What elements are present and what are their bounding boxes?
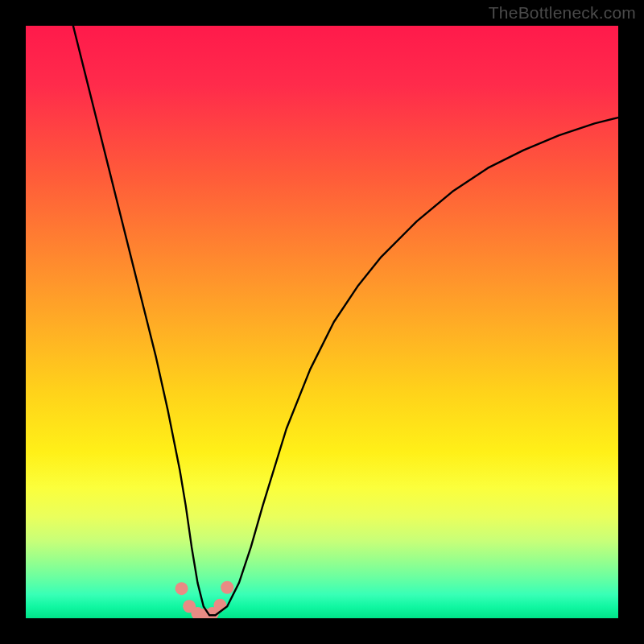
plot-area (26, 26, 618, 618)
valley-dots-layer (175, 581, 234, 618)
valley-dot (221, 581, 233, 594)
plot-svg (26, 26, 618, 618)
watermark-label: TheBottleneck.com (489, 3, 636, 23)
valley-dot (175, 582, 188, 595)
bottleneck-curve (73, 26, 618, 615)
valley-dot (213, 599, 226, 612)
chart-frame: TheBottleneck.com (0, 0, 644, 644)
